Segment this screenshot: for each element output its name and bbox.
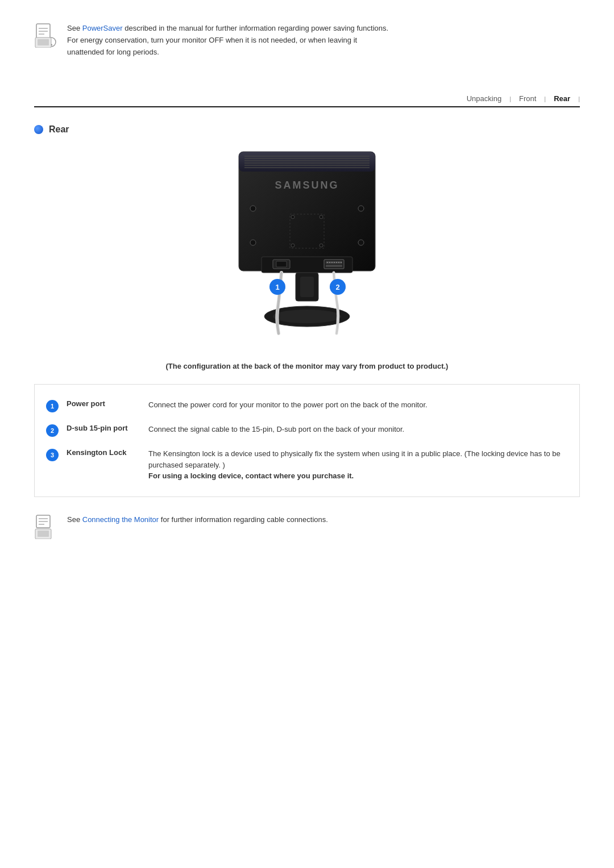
tab-rear[interactable]: Rear: [546, 92, 578, 105]
svg-rect-34: [326, 265, 342, 267]
monitor-image-container: SAMSUNG: [34, 146, 580, 350]
port-list: 1 Power port Connect the power cord for …: [34, 384, 580, 497]
bottom-note-icon: [34, 514, 59, 539]
port-label-2: D-sub 15-pin port: [67, 424, 140, 432]
port-item-1: 1 Power port Connect the power cord for …: [46, 394, 568, 418]
port-label-1: Power port: [67, 399, 140, 408]
section-heading: Rear: [34, 124, 580, 135]
svg-text:1: 1: [275, 283, 279, 291]
svg-point-36: [329, 262, 330, 263]
svg-point-45: [273, 310, 341, 323]
top-note-section: 🔍 See PowerSaver described in the manual…: [34, 23, 580, 58]
svg-point-40: [338, 262, 339, 263]
svg-point-37: [331, 262, 333, 263]
svg-point-28: [320, 244, 323, 247]
tab-separator-3: |: [578, 95, 580, 102]
tab-unpacking[interactable]: Unpacking: [459, 92, 509, 105]
svg-point-35: [327, 262, 328, 263]
port-item-3: 3 Kensington Lock The Kensington lock is…: [46, 443, 568, 487]
powersaver-link[interactable]: PowerSaver: [82, 24, 123, 32]
port-desc-1: Connect the power cord for your monitor …: [148, 399, 428, 411]
svg-point-21: [358, 206, 364, 211]
svg-text:SAMSUNG: SAMSUNG: [275, 180, 339, 191]
svg-rect-8: [38, 39, 49, 45]
svg-point-38: [334, 262, 335, 263]
svg-rect-31: [276, 261, 287, 267]
heading-dot-icon: [34, 125, 43, 134]
navigation-tabs: Unpacking | Front | Rear |: [34, 92, 580, 107]
svg-point-22: [250, 240, 256, 245]
svg-rect-51: [38, 531, 49, 537]
svg-point-25: [291, 215, 294, 219]
svg-point-41: [341, 262, 342, 263]
port-badge-2: 2: [46, 424, 59, 437]
section-title: Rear: [49, 124, 69, 135]
note-icon: 🔍: [34, 23, 59, 48]
svg-rect-43: [300, 277, 314, 297]
svg-rect-32: [324, 260, 344, 269]
svg-point-26: [320, 215, 323, 219]
svg-point-27: [291, 244, 294, 247]
port-badge-1: 1: [46, 400, 59, 412]
bottom-note-section: See Connecting the Monitor for further i…: [34, 514, 580, 539]
port-label-3: Kensington Lock: [67, 448, 140, 457]
svg-point-39: [336, 262, 337, 263]
svg-point-23: [358, 240, 364, 245]
port-badge-3: 3: [46, 449, 59, 461]
top-note-text: See PowerSaver described in the manual f…: [67, 23, 388, 58]
connecting-monitor-link[interactable]: Connecting the Monitor: [82, 515, 159, 524]
port-desc-3: The Kensington lock is a device used to …: [148, 448, 568, 482]
monitor-rear-image: SAMSUNG: [216, 146, 398, 350]
port-desc-2: Connect the signal cable to the 15-pin, …: [148, 424, 404, 435]
svg-point-20: [250, 206, 256, 211]
svg-text:2: 2: [335, 283, 339, 291]
bottom-note-text: See Connecting the Monitor for further i…: [67, 514, 328, 526]
port-desc-3-bold: For using a locking device, contact wher…: [148, 471, 354, 480]
tab-front[interactable]: Front: [511, 92, 544, 105]
monitor-caption: (The configuration at the back of the mo…: [34, 362, 580, 370]
port-item-2: 2 D-sub 15-pin port Connect the signal c…: [46, 418, 568, 443]
svg-rect-12: [239, 152, 375, 172]
